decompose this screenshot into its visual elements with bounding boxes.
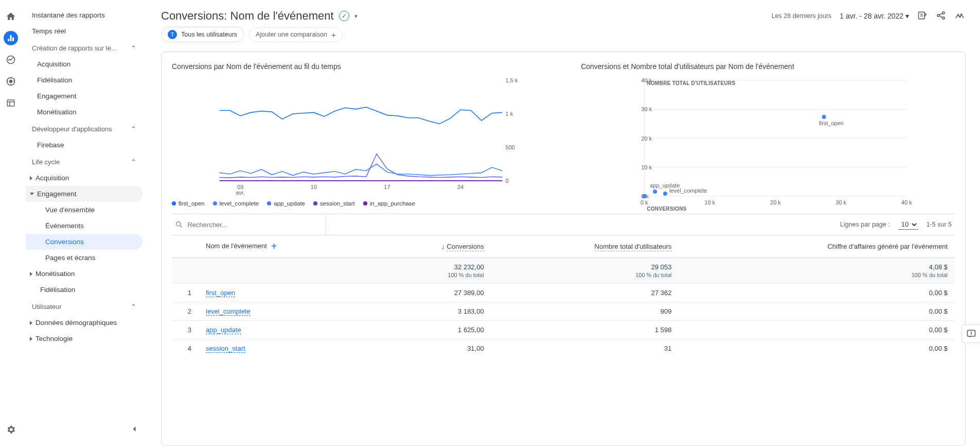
chevron-up-icon: ⌃ xyxy=(131,44,136,52)
scatter-chart-container: Conversions et Nombre total d'utilisateu… xyxy=(581,62,955,214)
line-chart-container: Conversions par Nom de l'événement au fi… xyxy=(172,62,565,214)
nav-lc-engagement[interactable]: Engagement xyxy=(26,186,142,202)
chip-add-comparison-label: Ajouter une comparaison xyxy=(256,31,327,38)
table-row[interactable]: 3app_update1 625,001 5980,00 $ xyxy=(172,321,955,339)
nav-engagement[interactable]: Engagement xyxy=(26,88,142,104)
col-conversions[interactable]: ↓Conversions xyxy=(375,235,491,258)
legend-dot xyxy=(267,201,271,205)
col-users[interactable]: Nombre total d'utilisateurs xyxy=(491,235,679,258)
nav-overview[interactable]: Vue d'ensemble xyxy=(26,202,142,218)
title-dropdown[interactable]: ▾ xyxy=(354,13,358,20)
triangle-right-icon xyxy=(30,176,32,180)
event-link[interactable]: level_complete xyxy=(206,307,251,316)
nav-lc-acquisition[interactable]: Acquisition xyxy=(26,170,142,186)
nav-section-dev[interactable]: Développeur d'applications ⌃ xyxy=(26,120,142,137)
nav-realtime[interactable]: Temps réel xyxy=(26,23,142,39)
totals-row: 32 232,00100 % du total 29 053100 % du t… xyxy=(172,258,955,284)
page-header: Conversions: Nom de l'événement ✓ ▾ Les … xyxy=(147,0,980,27)
date-range-picker[interactable]: 1 avr. - 28 avr. 2022 ▾ xyxy=(840,12,909,20)
nav-section-lifecycle[interactable]: Life cycle ⌃ xyxy=(26,153,142,170)
chip-add-comparison[interactable]: Ajouter une comparaison + xyxy=(249,27,343,42)
legend-item[interactable]: session_start xyxy=(313,200,355,207)
reports-icon[interactable] xyxy=(4,31,18,45)
svg-point-2 xyxy=(10,80,12,83)
nav-events[interactable]: Événements xyxy=(26,218,142,234)
nav-section-user-label: Utilisateur xyxy=(32,303,62,311)
nav-conversions[interactable]: Conversions xyxy=(26,234,142,250)
content-card: Conversions par Nom de l'événement au fi… xyxy=(161,52,966,446)
home-icon[interactable] xyxy=(4,9,18,24)
event-link[interactable]: session_start xyxy=(206,345,245,353)
nav-demographics[interactable]: Données démographiques xyxy=(26,315,142,331)
scatter-chart-title: Conversions et Nombre total d'utilisateu… xyxy=(581,62,955,71)
share-icon[interactable] xyxy=(936,10,946,22)
search-input[interactable] xyxy=(187,221,323,229)
svg-point-10 xyxy=(961,14,962,15)
svg-text:NOMBRE TOTAL D'UTILISATEURS: NOMBRE TOTAL D'UTILISATEURS xyxy=(647,80,736,86)
feedback-button[interactable] xyxy=(961,324,980,343)
svg-point-44 xyxy=(643,194,647,198)
nav-section-dev-label: Développeur d'applications xyxy=(32,125,112,133)
nav-monetization[interactable]: Monétisation xyxy=(26,104,142,120)
collapse-sidebar-button[interactable] xyxy=(129,424,139,436)
svg-point-37 xyxy=(822,115,826,119)
legend-item[interactable]: app_update xyxy=(267,200,305,207)
svg-text:1,5 k: 1,5 k xyxy=(506,78,518,83)
svg-text:0 k: 0 k xyxy=(640,199,648,205)
insights-icon[interactable] xyxy=(954,10,966,23)
sidebar-nav: Instantané des rapports Temps réel Créat… xyxy=(22,0,147,446)
check-badge-icon: ✓ xyxy=(339,11,349,21)
table-row[interactable]: 2level_complete3 183,009090,00 $ xyxy=(172,302,955,321)
total-conversions: 32 232,00 xyxy=(454,263,484,271)
svg-text:first_open: first_open xyxy=(819,120,844,126)
nav-snapshot[interactable]: Instantané des rapports xyxy=(26,7,142,23)
svg-text:app_update: app_update xyxy=(650,182,680,188)
nav-retention[interactable]: Fidélisation xyxy=(26,72,142,88)
event-link[interactable]: app_update xyxy=(206,326,241,334)
svg-text:40 k: 40 k xyxy=(901,199,912,205)
svg-text:30 k: 30 k xyxy=(642,106,652,112)
event-link[interactable]: first_open xyxy=(206,289,235,297)
nav-pages[interactable]: Pages et écrans xyxy=(26,250,142,266)
customize-icon[interactable] xyxy=(917,10,928,22)
legend-dot xyxy=(172,201,176,205)
svg-text:1 k: 1 k xyxy=(506,111,513,117)
scatter-chart[interactable]: 0 k10 k20 k30 k40 k0 k10 k20 k30 k40 kCO… xyxy=(581,78,955,212)
legend-dot xyxy=(213,201,217,205)
rows-per-page-label: Lignes par page : xyxy=(840,221,890,228)
nav-firebase[interactable]: Firebase xyxy=(26,137,142,153)
chip-all-users-label: Tous les utilisateurs xyxy=(181,31,237,38)
legend-item[interactable]: in_app_purchase xyxy=(363,200,415,207)
analysis-icon[interactable] xyxy=(4,53,18,67)
page-range-label: 1-5 sur 5 xyxy=(926,221,952,228)
nav-section-lifecycle-label: Life cycle xyxy=(32,158,60,166)
table-search[interactable] xyxy=(172,215,326,234)
rows-per-page-select[interactable]: 10 xyxy=(898,219,918,230)
svg-text:10 k: 10 k xyxy=(705,199,716,205)
nav-tech[interactable]: Technologie xyxy=(26,331,142,347)
table-row[interactable]: 4session_start31,00310,00 $ xyxy=(172,339,955,358)
col-revenue[interactable]: Chiffre d'affaires généré par l'événemen… xyxy=(679,235,955,258)
nav-lc-monetization[interactable]: Monétisation xyxy=(26,266,142,282)
nav-lc-retention[interactable]: Fidélisation xyxy=(26,282,142,298)
svg-text:10 k: 10 k xyxy=(642,164,652,170)
line-chart-legend: first_openlevel_completeapp_updatesessio… xyxy=(172,196,565,214)
total-revenue: 4,08 $ xyxy=(929,263,948,271)
explore-icon[interactable] xyxy=(4,74,18,89)
nav-section-user[interactable]: Utilisateur ⌃ xyxy=(26,298,142,315)
settings-icon[interactable] xyxy=(4,422,18,437)
col-event-name[interactable]: Nom de l'événement+ xyxy=(199,235,375,258)
table-row[interactable]: 1first_open27 389,0027 3620,00 $ xyxy=(172,284,955,302)
library-icon[interactable] xyxy=(4,96,18,110)
chip-all-users[interactable]: T Tous les utilisateurs xyxy=(161,27,244,42)
legend-item[interactable]: first_open xyxy=(172,200,205,207)
nav-acquisition[interactable]: Acquisition xyxy=(26,56,142,72)
triangle-right-icon xyxy=(30,272,32,276)
add-dimension-button[interactable]: + xyxy=(271,241,277,252)
svg-text:CONVERSIONS: CONVERSIONS xyxy=(647,206,687,212)
legend-item[interactable]: level_complete xyxy=(213,200,259,207)
line-chart[interactable]: 05001 k1,5 k03avr.101724 xyxy=(172,78,565,196)
svg-point-45 xyxy=(176,222,181,226)
table-toolbar: Lignes par page : 10 1-5 sur 5 xyxy=(172,214,955,235)
nav-section-reports[interactable]: Création de rapports sur le... ⌃ xyxy=(26,39,142,56)
